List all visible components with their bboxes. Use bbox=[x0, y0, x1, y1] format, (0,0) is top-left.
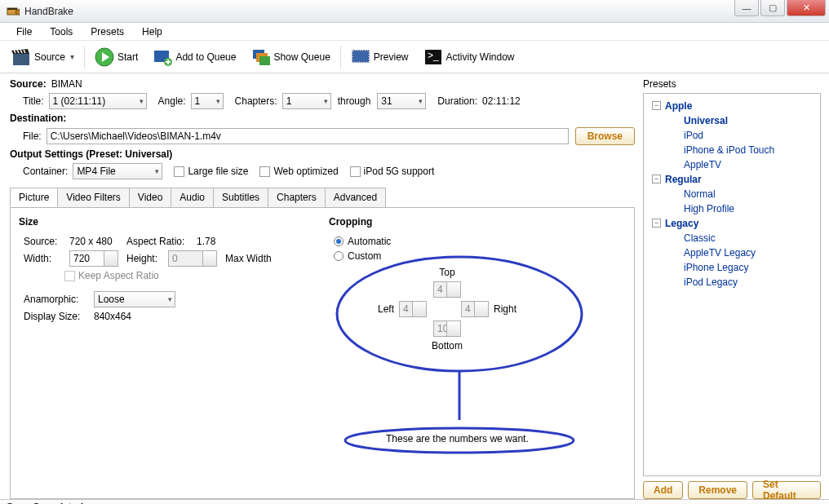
preset-classic[interactable]: Classic bbox=[647, 231, 817, 245]
add-preset-button[interactable]: Add bbox=[643, 481, 683, 499]
presets-title: Presets bbox=[643, 78, 821, 93]
show-queue-button[interactable]: Show Queue bbox=[246, 46, 335, 69]
tab-advanced[interactable]: Advanced bbox=[325, 188, 386, 207]
preset-ipod[interactable]: iPod bbox=[647, 128, 817, 143]
keep-aspect-label: Keep Aspect Ratio bbox=[78, 270, 159, 281]
height-label: Height: bbox=[126, 253, 163, 264]
crop-left-label: Left bbox=[378, 303, 394, 315]
picture-source-label: Source: bbox=[24, 236, 64, 247]
crop-custom-radio[interactable] bbox=[334, 251, 344, 261]
chapters-to-select[interactable]: 31 bbox=[377, 93, 426, 109]
tree-group-regular[interactable]: Regular bbox=[647, 172, 817, 187]
app-icon bbox=[7, 5, 20, 18]
menu-tools[interactable]: Tools bbox=[42, 24, 81, 39]
tree-group-apple[interactable]: Apple bbox=[647, 99, 817, 113]
window-title: HandBrake bbox=[24, 6, 73, 17]
queue-icon bbox=[250, 47, 270, 67]
preset-appletv[interactable]: AppleTV bbox=[647, 157, 817, 172]
destination-label: Destination: bbox=[10, 113, 66, 124]
preset-ipod-legacy[interactable]: iPod Legacy bbox=[647, 275, 817, 290]
width-input[interactable]: 720 bbox=[69, 250, 118, 267]
max-width-label: Max Width bbox=[225, 253, 272, 264]
file-path-input[interactable] bbox=[47, 128, 569, 144]
crop-right-input[interactable]: 4 bbox=[461, 301, 489, 317]
preview-button[interactable]: Preview bbox=[346, 46, 414, 69]
start-button[interactable]: Start bbox=[90, 46, 143, 69]
svg-rect-11 bbox=[352, 51, 369, 62]
preset-normal[interactable]: Normal bbox=[647, 187, 817, 201]
menu-help[interactable]: Help bbox=[134, 24, 171, 39]
titlebar: HandBrake — ▢ ✕ bbox=[0, 0, 829, 23]
window-controls: — ▢ ✕ bbox=[734, 0, 826, 16]
presets-tree: −AppleUniversaliPodiPhone & iPod TouchAp… bbox=[643, 93, 821, 476]
crop-right-label: Right bbox=[494, 303, 516, 315]
activity-window-label: Activity Window bbox=[446, 51, 515, 63]
crop-bottom-label: Bottom bbox=[432, 340, 463, 351]
web-optimized-label: Web optimized bbox=[273, 166, 338, 177]
cropping-heading: Cropping bbox=[329, 216, 626, 228]
preset-high-profile[interactable]: High Profile bbox=[647, 201, 817, 216]
set-default-button[interactable]: Set Default bbox=[752, 481, 821, 499]
tree-expand-regular[interactable]: − bbox=[652, 175, 661, 183]
chapters-from-select[interactable]: 1 bbox=[282, 93, 331, 109]
height-input[interactable]: 0 bbox=[168, 250, 217, 267]
menu-file[interactable]: File bbox=[8, 24, 40, 39]
container-select[interactable]: MP4 File bbox=[73, 163, 162, 179]
crop-bottom-input[interactable]: 10 bbox=[433, 321, 461, 337]
tab-chapters[interactable]: Chapters bbox=[268, 188, 326, 207]
tab-subtitles[interactable]: Subtitles bbox=[213, 188, 268, 207]
preset-universal[interactable]: Universal bbox=[647, 113, 817, 128]
preset-appletv-legacy[interactable]: AppleTV Legacy bbox=[647, 245, 817, 260]
title-select[interactable]: 1 (02:11:11) bbox=[49, 93, 147, 109]
tab-video-filters[interactable]: Video Filters bbox=[57, 188, 129, 207]
web-optimized-checkbox[interactable] bbox=[259, 166, 270, 177]
maximize-button[interactable]: ▢ bbox=[760, 0, 785, 16]
preset-iphone-ipod-touch[interactable]: iPhone & iPod Touch bbox=[647, 143, 817, 157]
add-to-queue-button[interactable]: Add to Queue bbox=[148, 46, 241, 69]
ipod-5g-checkbox[interactable] bbox=[350, 166, 361, 177]
preset-iphone-legacy[interactable]: iPhone Legacy bbox=[647, 260, 817, 275]
ipod-5g-label: iPod 5G support bbox=[364, 166, 435, 177]
crop-left-input[interactable]: 4 bbox=[399, 301, 427, 317]
file-label: File: bbox=[23, 130, 42, 142]
tab-strip: Picture Video Filters Video Audio Subtit… bbox=[10, 188, 635, 207]
output-settings-label: Output Settings (Preset: Universal) bbox=[10, 148, 172, 160]
tree-expand-apple[interactable]: − bbox=[652, 101, 661, 110]
browse-button[interactable]: Browse bbox=[575, 127, 635, 145]
tree-group-legacy[interactable]: Legacy bbox=[647, 216, 817, 231]
menu-presets[interactable]: Presets bbox=[82, 24, 132, 39]
preview-icon bbox=[351, 47, 370, 67]
terminal-icon: >_ bbox=[423, 47, 443, 67]
crop-automatic-radio[interactable] bbox=[334, 237, 344, 246]
source-button[interactable]: Source bbox=[7, 46, 79, 69]
annotation-text: These are the numbers we want. bbox=[386, 433, 529, 444]
close-button[interactable]: ✕ bbox=[787, 0, 826, 16]
add-queue-icon bbox=[153, 47, 172, 67]
tab-audio[interactable]: Audio bbox=[171, 188, 214, 207]
display-size-value: 840x464 bbox=[94, 311, 131, 322]
source-value: BIMAN bbox=[51, 78, 82, 90]
svg-rect-10 bbox=[259, 56, 270, 65]
crop-top-input[interactable]: 4 bbox=[433, 281, 461, 298]
keep-aspect-checkbox bbox=[64, 271, 75, 281]
add-to-queue-label: Add to Queue bbox=[175, 51, 236, 63]
crop-custom-label: Custom bbox=[348, 250, 381, 262]
film-clapper-icon bbox=[11, 47, 31, 67]
crop-top-label: Top bbox=[439, 267, 454, 278]
large-file-checkbox[interactable] bbox=[174, 166, 184, 177]
status-text: Scan Completed bbox=[7, 502, 83, 505]
duration-label: Duration: bbox=[437, 95, 477, 107]
play-icon bbox=[95, 47, 114, 67]
width-label: Width: bbox=[24, 253, 64, 264]
activity-window-button[interactable]: >_ Activity Window bbox=[419, 46, 520, 69]
minimize-button[interactable]: — bbox=[734, 0, 759, 16]
chapters-label: Chapters: bbox=[235, 95, 277, 107]
tab-picture[interactable]: Picture bbox=[10, 188, 58, 207]
remove-preset-button[interactable]: Remove bbox=[688, 481, 747, 499]
tab-video[interactable]: Video bbox=[129, 188, 171, 207]
svg-rect-1 bbox=[7, 8, 17, 10]
anamorphic-select[interactable]: Loose bbox=[94, 291, 175, 307]
svg-rect-2 bbox=[13, 54, 29, 65]
angle-select[interactable]: 1 bbox=[191, 93, 224, 109]
tree-expand-legacy[interactable]: − bbox=[652, 219, 661, 228]
